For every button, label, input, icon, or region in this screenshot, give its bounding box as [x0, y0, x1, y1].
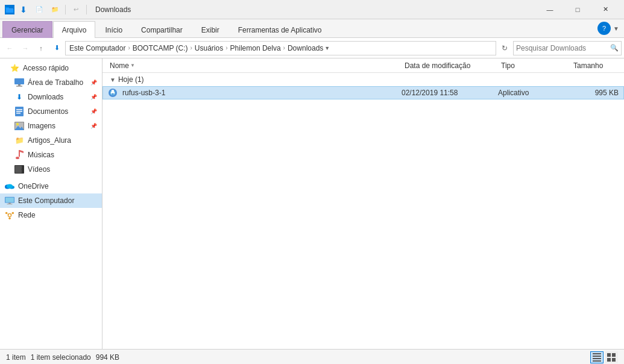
file-list: Nome ▼ Data de modificação Tipo Tamanho … — [102, 58, 624, 349]
forward-button[interactable]: → — [18, 41, 33, 55]
svg-point-39 — [112, 93, 114, 95]
file-name: rufus-usb-3-1 — [120, 89, 402, 97]
pin-icon-images: 📌 — [90, 123, 97, 129]
col-header-date[interactable]: Data de modificação — [402, 58, 499, 72]
col-header-type[interactable]: Tipo — [499, 58, 571, 72]
tab-compartilhar[interactable]: Compartilhar — [132, 21, 192, 38]
desktop-icon — [14, 78, 24, 87]
sidebar-item-images[interactable]: Imagens 📌 — [0, 119, 102, 133]
sidebar-item-artigos[interactable]: 📁 Artigos_Alura — [0, 133, 102, 148]
tab-inicio[interactable]: Início — [96, 21, 131, 38]
title-bar: ⬇ 📄 📁 ↩ Downloads — □ ✕ — [0, 0, 624, 19]
folder-icon-artigos: 📁 — [14, 136, 24, 145]
file-list-header: Nome ▼ Data de modificação Tipo Tamanho — [102, 58, 624, 73]
sort-icon-name: ▼ — [130, 63, 135, 68]
group-toggle-hoje[interactable]: ▼ — [110, 77, 116, 83]
title-divider — [65, 5, 66, 14]
location-icon-button[interactable]: ⬇ — [49, 41, 64, 55]
network-icon — [5, 210, 14, 220]
tab-manage[interactable]: Gerenciar — [2, 21, 52, 38]
tab-exibir[interactable]: Exibir — [192, 21, 228, 38]
col-header-size[interactable]: Tamanho — [571, 58, 619, 72]
svg-rect-46 — [607, 358, 611, 362]
table-row[interactable]: rufus-usb-3-1 02/12/2019 11:58 Aplicativ… — [102, 86, 624, 99]
svg-rect-42 — [593, 358, 601, 359]
sidebar-item-documents[interactable]: Documentos 📌 — [0, 104, 102, 119]
svg-rect-47 — [612, 358, 616, 362]
sidebar-item-desktop[interactable]: Área de Trabalho 📌 — [0, 75, 102, 90]
search-bar[interactable]: 🔍 — [513, 41, 622, 55]
status-bar: 1 item 1 item selecionado 994 KB — [0, 349, 624, 364]
svg-rect-44 — [607, 353, 611, 357]
up-button[interactable]: ↑ — [34, 41, 48, 55]
sidebar-item-quick-access[interactable]: ⭐ Acesso rápido — [0, 61, 102, 75]
sidebar: ⭐ Acesso rápido Área de Trabalho 📌 ⬇ Dow… — [0, 58, 102, 349]
sidebar-label-videos: Vídeos — [28, 165, 97, 174]
images-icon — [14, 121, 24, 131]
file-size: 995 KB — [570, 89, 619, 97]
search-icon: 🔍 — [610, 44, 619, 52]
svg-rect-43 — [593, 360, 601, 362]
sidebar-item-onedrive[interactable]: OneDrive — [0, 179, 102, 193]
rufus-icon — [108, 88, 118, 98]
ribbon: Gerenciar Arquivo Início Compartilhar Ex… — [0, 19, 624, 38]
sidebar-item-computer[interactable]: Este Computador — [0, 193, 102, 208]
svg-rect-16 — [19, 150, 20, 157]
item-count: 1 item — [6, 353, 26, 362]
svg-marker-17 — [20, 150, 24, 153]
undo-button[interactable]: ↩ — [69, 3, 83, 16]
svg-point-28 — [8, 213, 11, 216]
svg-point-15 — [16, 157, 19, 159]
large-icons-view-button[interactable] — [605, 351, 618, 363]
details-view-button[interactable] — [590, 351, 604, 363]
col-header-name[interactable]: Nome ▼ — [107, 58, 402, 72]
ribbon-collapse-button[interactable]: ▼ — [613, 25, 619, 32]
svg-rect-4 — [14, 78, 24, 84]
breadcrumb[interactable]: Este Computador › BOOTCAMP (C:) › Usuári… — [65, 41, 496, 55]
title-divider-2 — [86, 5, 87, 14]
search-input[interactable] — [516, 44, 610, 52]
download-icon: ⬇ — [14, 92, 24, 102]
bc-usuarios: Usuários › — [195, 44, 230, 52]
sidebar-item-music[interactable]: Músicas — [0, 148, 102, 162]
bc-bootcamp: BOOTCAMP (C:) › — [133, 44, 195, 52]
sidebar-label-computer: Este Computador — [18, 196, 97, 205]
sidebar-item-videos[interactable]: Vídeos — [0, 162, 102, 177]
close-button[interactable]: ✕ — [591, 0, 619, 19]
back-button[interactable]: ← — [2, 41, 17, 55]
recent-files-button[interactable]: 📄 — [33, 3, 46, 16]
star-icon: ⭐ — [10, 63, 19, 73]
sidebar-item-network[interactable]: Rede — [0, 208, 102, 222]
sidebar-label-documents: Documentos — [28, 107, 87, 116]
selected-size: 994 KB — [96, 353, 119, 362]
bc-computer: Este Computador › — [69, 44, 133, 52]
window-title: Downloads — [95, 5, 131, 14]
help-button[interactable]: ? — [597, 22, 611, 35]
computer-icon — [5, 196, 14, 206]
sidebar-label-downloads: Downloads — [28, 93, 87, 101]
onedrive-icon — [5, 181, 14, 191]
svg-rect-3 — [5, 9, 14, 13]
recent-folders-button[interactable]: 📁 — [48, 3, 61, 16]
sidebar-item-downloads[interactable]: ⬇ Downloads 📌 — [0, 90, 102, 104]
refresh-button[interactable]: ↻ — [497, 41, 512, 55]
svg-rect-8 — [16, 109, 22, 110]
tab-arquivo[interactable]: Arquivo — [53, 21, 96, 38]
svg-point-13 — [16, 123, 19, 125]
video-icon — [14, 165, 24, 174]
title-bar-left: ⬇ 📄 📁 ↩ Downloads — [5, 3, 536, 16]
sidebar-label-music: Músicas — [28, 151, 97, 159]
view-buttons — [590, 351, 618, 363]
svg-rect-9 — [16, 111, 22, 112]
sidebar-label-images: Imagens — [28, 122, 87, 130]
title-controls: — □ ✕ — [536, 0, 619, 19]
svg-rect-6 — [16, 86, 22, 87]
quick-access-button[interactable]: ⬇ — [17, 3, 30, 16]
tab-ferramentas[interactable]: Ferramentas de Aplicativo — [229, 21, 331, 38]
svg-rect-5 — [18, 84, 20, 86]
maximize-button[interactable]: □ — [564, 0, 591, 19]
svg-rect-41 — [593, 356, 601, 357]
group-header-hoje: ▼ Hoje (1) — [102, 73, 624, 86]
minimize-button[interactable]: — — [536, 0, 564, 19]
bc-philemon: Philemon Delva › — [230, 44, 288, 52]
